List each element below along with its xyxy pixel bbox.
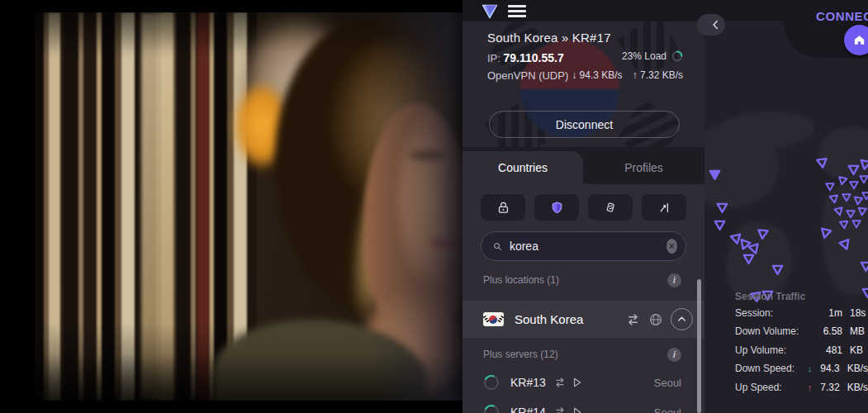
header-speeds: ↓ 94.3 KB/s ↑ 7.32 KB/s [572, 69, 683, 81]
server-pin-icon[interactable] [715, 201, 729, 215]
server-pin-icon[interactable] [824, 181, 836, 192]
p2p-icon [604, 201, 618, 215]
server-city: Seoul [654, 377, 681, 389]
globe-icon[interactable] [648, 312, 663, 327]
connection-status-label: CONNECTED [816, 9, 868, 23]
server-row-kr14[interactable]: KR#14 Seoul [462, 397, 704, 413]
swap-connection-icon[interactable] [553, 377, 567, 388]
plus-servers-section: Plus servers (12) i [462, 344, 704, 365]
connect-play-icon[interactable] [572, 406, 582, 413]
server-load-ring-icon [483, 374, 500, 391]
swap-connection-icon[interactable] [625, 313, 641, 326]
server-name: KR#13 [510, 376, 546, 389]
video-frame [36, 12, 462, 401]
map-panel: Session Traffic Session: 1m 18s Down Vol… [704, 0, 868, 413]
netshield-filter-button[interactable] [534, 194, 579, 221]
traffic-label: Down Volume: [735, 325, 806, 337]
tab-profiles-label: Profiles [624, 161, 663, 174]
info-icon[interactable]: i [667, 348, 681, 362]
country-name: South Korea [515, 312, 583, 326]
tab-profiles[interactable]: Profiles [583, 151, 704, 184]
connection-header: South Korea » KR#17 IP: 79.110.55.7 23% … [462, 21, 704, 147]
server-pin-icon[interactable] [708, 168, 722, 182]
plus-servers-label: Plus servers (12) [483, 349, 558, 360]
ip-address: IP: 79.110.55.7 [487, 51, 564, 64]
collapse-map-button[interactable] [697, 14, 725, 36]
server-pin-icon[interactable] [859, 259, 868, 273]
chevron-up-icon [676, 314, 687, 325]
traffic-unit: MB [850, 325, 865, 337]
tor-filter-button[interactable] [642, 194, 686, 221]
country-row-south-korea[interactable]: South Korea [462, 301, 704, 338]
collapse-country-button[interactable] [671, 308, 693, 330]
server-row-kr13[interactable]: KR#13 Seoul [462, 368, 704, 397]
filter-row [481, 194, 686, 221]
up-arrow-icon: ↑ [804, 382, 816, 392]
server-pin-icon[interactable] [713, 218, 727, 232]
load-ring-icon [671, 50, 683, 62]
traffic-unit: 18s [850, 307, 866, 319]
app-titlebar [462, 0, 704, 21]
traffic-label: Up Speed: [735, 382, 804, 393]
traffic-value: 7.32 [815, 382, 839, 393]
server-pin-icon[interactable] [771, 263, 785, 277]
world-map[interactable]: Session Traffic Session: 1m 18s Down Vol… [704, 21, 868, 413]
ip-label: IP: [487, 52, 500, 64]
server-pin-icon[interactable] [856, 156, 868, 173]
server-load-ring-icon [483, 404, 500, 413]
disconnect-button[interactable]: Disconnect [489, 111, 680, 138]
traffic-row-up-volume: Up Volume: 481 KB [704, 342, 868, 358]
lock-icon [496, 201, 510, 215]
tab-bar: Countries Profiles [462, 147, 704, 184]
clear-search-icon[interactable]: ✕ [666, 239, 677, 254]
server-pin-icon[interactable] [742, 252, 756, 266]
server-pin-icon[interactable] [817, 225, 834, 242]
server-pin-icon[interactable] [836, 174, 850, 188]
info-icon[interactable]: i [667, 273, 681, 287]
server-name: KR#14 [510, 406, 546, 413]
p2p-filter-button[interactable] [588, 194, 633, 221]
search-input[interactable] [510, 240, 659, 253]
traffic-unit: KB [850, 344, 863, 356]
server-pin-icon[interactable] [858, 173, 868, 185]
vpn-sidebar: South Korea » KR#17 IP: 79.110.55.7 23% … [462, 0, 704, 413]
server-pin-icon[interactable] [861, 190, 868, 202]
traffic-value: 481 [818, 344, 842, 356]
traffic-row-session: Session: 1m 18s [704, 305, 868, 321]
search-box: ✕ [481, 231, 686, 261]
connect-play-icon[interactable] [572, 377, 582, 388]
traffic-value: 94.3 [815, 363, 839, 374]
server-pin-icon[interactable] [828, 192, 841, 206]
swap-connection-icon[interactable] [553, 406, 567, 413]
tor-icon [657, 201, 671, 215]
search-icon [493, 240, 502, 253]
country-row-actions [625, 308, 693, 330]
home-location-button[interactable] [844, 25, 868, 55]
video-player[interactable] [0, 0, 462, 413]
session-traffic-title: Session Traffic [735, 291, 868, 302]
upload-speed: ↑ 7.32 KB/s [633, 69, 683, 81]
server-load: 23% Load [622, 50, 683, 62]
vignette-overlay [36, 12, 462, 401]
server-pin-icon[interactable] [813, 154, 829, 170]
server-pin-icon[interactable] [856, 205, 868, 217]
home-icon [852, 33, 866, 47]
server-pin-icon[interactable] [841, 192, 852, 203]
secure-core-filter-button[interactable] [481, 194, 525, 221]
server-city: Seoul [654, 406, 681, 413]
chevron-left-icon [712, 20, 719, 30]
traffic-row-up-speed: Up Speed: ↑ 7.32 KB/s [704, 379, 868, 396]
south-korea-flag-icon [483, 312, 504, 326]
plus-locations-label: Plus locations (1) [483, 274, 559, 286]
server-pin-icon[interactable] [755, 226, 771, 242]
server-row-actions [553, 377, 582, 388]
traffic-unit: KB/s [847, 363, 868, 374]
list-scrollbar[interactable] [697, 279, 701, 413]
server-pin-icon[interactable] [851, 218, 862, 230]
map-europe-landmass [818, 126, 868, 180]
ip-value: 79.110.55.7 [504, 51, 564, 64]
menu-hamburger-icon[interactable] [508, 5, 526, 17]
tab-countries[interactable]: Countries [462, 151, 583, 184]
traffic-row-down-speed: Down Speed: ↓ 94.3 KB/s [704, 360, 868, 377]
server-pin-icon[interactable] [837, 218, 850, 230]
